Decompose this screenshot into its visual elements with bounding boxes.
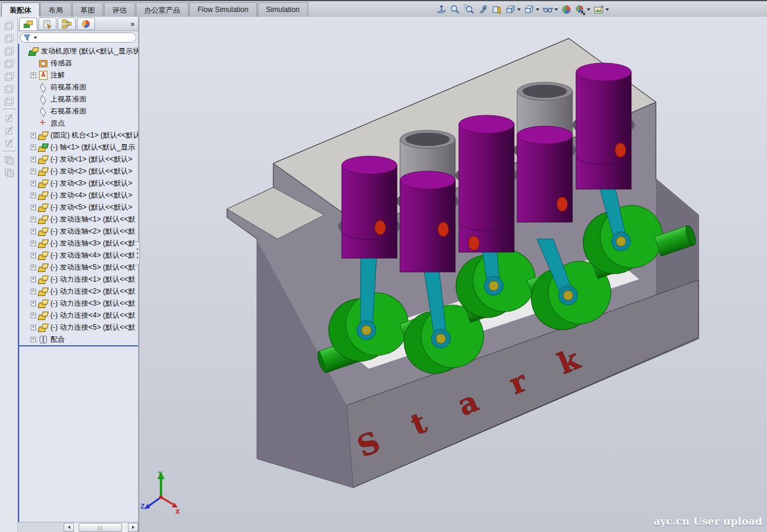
expander-icon[interactable]	[31, 157, 36, 162]
apply-scene-icon[interactable]	[560, 3, 572, 16]
piston-1[interactable]	[342, 156, 397, 258]
tree-item-fadong-1[interactable]: (-) 发动<1> (默认<<默认>	[19, 153, 138, 165]
tree-item-origin[interactable]: 原点	[19, 117, 138, 129]
tree-item-sensors[interactable]: 传感器	[19, 57, 138, 69]
scroll-left-button[interactable]	[64, 523, 74, 532]
tree-item-fadonglianzhou-2[interactable]: (-) 发动连轴<2> (默认<<默	[19, 225, 138, 237]
piston-4[interactable]	[517, 126, 572, 222]
expander-icon[interactable]	[31, 229, 36, 234]
isometric-view-icon[interactable]	[4, 97, 14, 105]
tree-item-fadonglianzhou-4[interactable]: (-) 发动连轴<4> (默认<<默	[19, 249, 138, 261]
expander-icon[interactable]	[31, 73, 36, 78]
expander-icon[interactable]	[31, 181, 36, 186]
expander-icon[interactable]	[31, 133, 36, 138]
panel-collapse-handle[interactable]	[135, 241, 140, 265]
standard-view-1-icon[interactable]	[4, 21, 14, 29]
tree-item-right-plane[interactable]: 右视基准面	[19, 105, 138, 117]
tree-item-zhou-1[interactable]: (-) 轴<1> (默认<默认_显示	[19, 141, 138, 153]
view-orientation-icon[interactable]	[491, 3, 503, 16]
tree-item-fadong-2[interactable]: (-) 发动<2> (默认<<默认>	[19, 165, 138, 177]
expander-icon[interactable]	[31, 253, 36, 258]
section-view-icon[interactable]	[477, 3, 489, 16]
propertymanager-tab[interactable]	[38, 17, 56, 30]
configurationmanager-tab[interactable]	[58, 17, 76, 30]
standard-view-4-icon[interactable]	[4, 59, 14, 67]
expander-icon[interactable]	[31, 217, 36, 222]
tree-item-fadonglianzhou-1[interactable]: (-) 发动连轴<1> (默认<<默	[19, 213, 138, 225]
sketch-icon[interactable]	[4, 113, 14, 122]
left-toolbar	[0, 17, 18, 532]
scroll-right-button[interactable]	[128, 523, 138, 532]
tree-item-fadong-4[interactable]: (-) 发动<4> (默认<<默认>	[19, 189, 138, 201]
zoom-in-out-icon[interactable]	[449, 3, 461, 16]
tree-item-mates[interactable]: 配合	[19, 333, 138, 345]
expander-icon[interactable]	[31, 277, 36, 282]
expander-icon[interactable]	[31, 337, 36, 342]
tree-item-donglilianjie-2[interactable]: (-) 动力连接<2> (默认<<默	[19, 285, 138, 297]
panel-overflow-chevron[interactable]: »	[130, 20, 137, 28]
3d-sketch-icon[interactable]	[4, 126, 14, 135]
zoom-to-area-icon[interactable]	[463, 3, 475, 16]
tab-assembly[interactable]: 装配体	[1, 2, 40, 17]
displaymanager-tab[interactable]	[77, 17, 95, 30]
piston-3[interactable]	[459, 115, 514, 252]
standard-view-3-icon[interactable]	[4, 46, 14, 55]
expander-icon[interactable]	[31, 313, 36, 318]
expander-icon[interactable]	[31, 145, 36, 150]
tree-item-front-plane[interactable]: 前视基准面	[19, 81, 138, 93]
hide-show-items-icon[interactable]	[542, 3, 559, 16]
tree-item-top-plane[interactable]: 上视基准面	[19, 93, 138, 105]
tab-simulation[interactable]: Simulation	[258, 2, 308, 17]
dropdown-caret[interactable]	[536, 8, 539, 11]
normal-to-icon[interactable]	[435, 3, 447, 16]
dropdown-caret[interactable]	[554, 8, 558, 11]
expander-icon[interactable]	[31, 241, 36, 246]
piston-5[interactable]	[576, 63, 631, 189]
display-style-icon[interactable]	[523, 3, 540, 16]
dropdown-caret[interactable]	[605, 8, 609, 11]
dropdown-caret[interactable]	[517, 8, 521, 11]
tree-item-donglilianjie-4[interactable]: (-) 动力连接<4> (默认<<默	[19, 309, 138, 321]
expander-icon[interactable]	[31, 193, 36, 198]
tree-item-jitai-1[interactable]: (固定) 机台<1> (默认<<默认	[19, 129, 138, 141]
panel-horizontal-scrollbar[interactable]: |||	[18, 522, 138, 532]
standard-view-2-icon[interactable]	[4, 34, 14, 42]
standard-view-5-icon[interactable]	[4, 71, 14, 80]
tab-sketch[interactable]: 草图	[72, 2, 103, 17]
expander-icon[interactable]	[31, 205, 36, 210]
standard-views-icon[interactable]	[505, 3, 521, 16]
tree-item-donglilianjie-3[interactable]: (-) 动力连接<3> (默认<<默	[19, 297, 138, 309]
tree-item-root[interactable]: 发动机原理 (默认<默认_显示状	[19, 45, 138, 57]
tree-item-donglilianjie-1[interactable]: (-) 动力连接<1> (默认<<默	[19, 273, 138, 285]
filter-input[interactable]	[20, 32, 136, 43]
expander-icon[interactable]	[31, 265, 36, 270]
expander-icon[interactable]	[31, 301, 36, 306]
piston-2[interactable]	[400, 171, 455, 272]
view-settings-icon[interactable]	[574, 3, 591, 16]
tab-office-products[interactable]: 办公室产品	[136, 2, 189, 17]
tree-item-fadonglianzhou-5[interactable]: (-) 发动连轴<5> (默认<<默	[19, 261, 138, 273]
graphics-viewport[interactable]: Stark	[139, 17, 767, 532]
scrollbar-thumb[interactable]: |||	[79, 523, 122, 532]
featuremanager-tab[interactable]	[19, 17, 37, 30]
tree-item-fadong-5[interactable]: (-) 发动<5> (默认<<默认>	[19, 201, 138, 213]
standard-view-6-icon[interactable]	[4, 84, 14, 92]
camera-view-icon[interactable]	[593, 3, 610, 16]
tab-layout[interactable]: 布局	[40, 2, 71, 17]
dropdown-caret[interactable]	[587, 8, 590, 11]
filter-caret-icon[interactable]	[34, 37, 37, 39]
expander-icon[interactable]	[31, 325, 36, 330]
expander-icon[interactable]	[31, 289, 36, 294]
tab-evaluate[interactable]: 评估	[104, 2, 135, 17]
expander-icon[interactable]	[31, 169, 36, 174]
tree-item-fadong-3[interactable]: (-) 发动<3> (默认<<默认>	[19, 177, 138, 189]
tree-item-fadonglianzhou-3[interactable]: (-) 发动连轴<3> (默认<<默	[19, 237, 138, 249]
tab-flow-simulation[interactable]: Flow Simulation	[189, 2, 257, 17]
selection-stack-1-icon[interactable]	[4, 156, 14, 164]
selection-stack-2-icon[interactable]	[4, 168, 14, 177]
tree-item-donglilianjie-5[interactable]: (-) 动力连接<5> (默认<<默	[19, 321, 138, 333]
reference-triad: Y Z X	[141, 470, 180, 515]
tree-item-annotations[interactable]: 注解	[19, 69, 138, 81]
scrollbar-track[interactable]: |||	[74, 523, 128, 532]
reference-geometry-icon[interactable]	[4, 139, 14, 147]
